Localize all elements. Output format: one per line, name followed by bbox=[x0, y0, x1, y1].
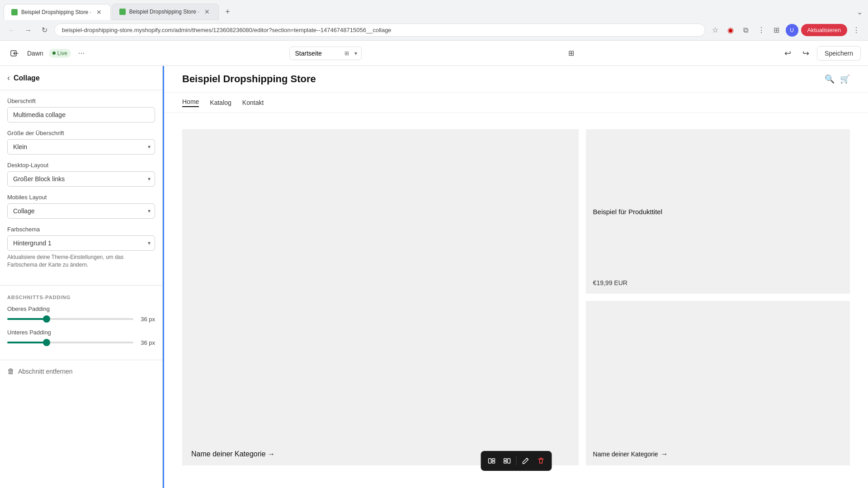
edit-icon bbox=[521, 457, 529, 465]
aktualisieren-button[interactable]: Aktualisieren bbox=[801, 24, 847, 36]
live-label: Live bbox=[57, 50, 67, 56]
groesse-label: Größe der Überschrift bbox=[7, 130, 155, 136]
top-bar-right: ↩ ↪ Speichern bbox=[781, 46, 861, 61]
move-down-icon bbox=[503, 457, 511, 465]
bookmark-icon[interactable]: ☆ bbox=[709, 24, 722, 37]
move-down-button[interactable] bbox=[500, 454, 514, 468]
refresh-nav-button[interactable]: ↻ bbox=[38, 24, 51, 37]
store-nav: Home Katalog Kontakt bbox=[164, 93, 868, 113]
view-buttons: ⊞ bbox=[564, 46, 578, 61]
groesse-select[interactable]: Klein Mittel Groß bbox=[7, 139, 155, 155]
mobiles-select[interactable]: Collage Spalte bbox=[7, 203, 155, 219]
sidebar-back-button[interactable]: ‹ bbox=[7, 73, 10, 83]
category-card-right[interactable]: Name deiner Kategorie → bbox=[586, 301, 850, 465]
tab-title-1: Beispiel Dropshipping Store · bbox=[21, 9, 91, 15]
app: Dawn Live ··· Startseite ⊞ ⊞ ↩ ↪ Speiche… bbox=[0, 41, 868, 488]
browser-actions: ☆ ◉ ⧉ ⋮ ⊞ U Aktualisieren ⋮ bbox=[709, 24, 863, 37]
menu-icon[interactable]: ⋮ bbox=[755, 24, 768, 37]
page-select[interactable]: Startseite ⊞ bbox=[289, 47, 362, 60]
forward-nav-button[interactable]: → bbox=[22, 24, 34, 37]
back-nav-button[interactable]: ← bbox=[5, 24, 18, 37]
main-content: ‹ Collage Überschrift Größe der Überschr… bbox=[0, 66, 868, 488]
delete-icon bbox=[537, 457, 545, 465]
collage-area: Name deiner Kategorie → Beispiel für Pro… bbox=[164, 113, 868, 482]
undo-button[interactable]: ↩ bbox=[781, 46, 795, 61]
page-dropdown[interactable]: Startseite bbox=[289, 47, 362, 60]
section-divider-1 bbox=[0, 285, 162, 286]
more-options-icon[interactable]: ⋮ bbox=[850, 24, 863, 37]
back-button[interactable] bbox=[7, 46, 22, 61]
farbschema-hint: Aktualisiere deine Theme-Einstellungen, … bbox=[7, 253, 155, 269]
ueberschrift-label: Überschrift bbox=[7, 98, 155, 104]
nav-link-home[interactable]: Home bbox=[182, 98, 199, 107]
category-link-left[interactable]: Name deiner Kategorie → bbox=[191, 450, 275, 458]
speichern-button[interactable]: Speichern bbox=[817, 46, 861, 61]
store-icons: 🔍 🛒 bbox=[825, 74, 850, 84]
padding-section: ABSCHNITTS-PADDING Oberes Padding 36 px … bbox=[0, 287, 162, 360]
redo-button[interactable]: ↪ bbox=[799, 46, 813, 61]
tab-close-2[interactable]: ✕ bbox=[203, 8, 211, 16]
oberes-padding-slider[interactable] bbox=[7, 318, 133, 320]
arrow-right-icon-2: → bbox=[661, 450, 668, 458]
theme-name: Dawn bbox=[27, 50, 43, 57]
store-title: Beispiel Dropshipping Store bbox=[182, 73, 316, 85]
live-dot bbox=[52, 52, 56, 55]
url-bar[interactable]: beispiel-dropshipping-store.myshopify.co… bbox=[54, 23, 705, 37]
grid-icon[interactable]: ⊞ bbox=[770, 24, 783, 37]
mobiles-select-wrapper[interactable]: Collage Spalte bbox=[7, 203, 155, 219]
unteres-padding-slider[interactable] bbox=[7, 342, 133, 343]
more-options-button[interactable]: ··· bbox=[76, 47, 87, 60]
ueberschrift-field-group: Überschrift bbox=[7, 98, 155, 122]
oberes-padding-value: 36 px bbox=[137, 316, 155, 323]
svg-rect-3 bbox=[492, 461, 495, 463]
category-link-left-text: Name deiner Kategorie bbox=[191, 450, 266, 458]
tab-more-button[interactable]: ⌄ bbox=[855, 6, 864, 18]
collage-left-block[interactable]: Name deiner Kategorie → bbox=[182, 129, 579, 465]
profile-icon[interactable]: U bbox=[786, 24, 798, 37]
category-link-right-text: Name deiner Kategorie bbox=[593, 450, 658, 458]
cart-icon[interactable]: 🛒 bbox=[840, 74, 850, 84]
extensions-icon[interactable]: ⧉ bbox=[740, 24, 752, 37]
oberes-padding-label: Oberes Padding bbox=[7, 305, 155, 312]
svg-rect-5 bbox=[504, 461, 506, 463]
nav-link-katalog[interactable]: Katalog bbox=[210, 99, 231, 106]
category-link-right: Name deiner Kategorie → bbox=[593, 450, 843, 458]
oberes-padding-row: 36 px bbox=[7, 316, 155, 323]
farbschema-select[interactable]: Hintergrund 1 Hintergrund 2 Invers bbox=[7, 235, 155, 251]
new-tab-button[interactable]: + bbox=[222, 5, 234, 18]
delete-button[interactable] bbox=[533, 454, 548, 468]
page-select-wrapper[interactable]: Startseite ⊞ bbox=[289, 47, 362, 60]
product-price: €19,99 EUR bbox=[593, 274, 843, 286]
floating-toolbar bbox=[481, 451, 552, 471]
search-icon[interactable]: 🔍 bbox=[825, 74, 835, 84]
desktop-select-wrapper[interactable]: Großer Block links Großer Block rechts G… bbox=[7, 171, 155, 187]
opera-icon[interactable]: ◉ bbox=[724, 24, 737, 37]
move-up-button[interactable] bbox=[484, 454, 499, 468]
toolbar-divider bbox=[516, 456, 516, 465]
url-text: beispiel-dropshipping-store.myshopify.co… bbox=[62, 27, 698, 33]
desktop-layout-field-group: Desktop-Layout Großer Block links Großer… bbox=[7, 162, 155, 187]
remove-section-button[interactable]: 🗑 Abschnitt entfernen bbox=[0, 360, 162, 383]
desktop-layout-label: Desktop-Layout bbox=[7, 162, 155, 169]
groesse-field-group: Größe der Überschrift Klein Mittel Groß bbox=[7, 130, 155, 155]
desktop-select[interactable]: Großer Block links Großer Block rechts G… bbox=[7, 171, 155, 187]
sidebar-content: Überschrift Größe der Überschrift Klein … bbox=[0, 90, 162, 283]
farbschema-label: Farbschema bbox=[7, 226, 155, 233]
grid-layout-icon[interactable]: ⊞ bbox=[564, 46, 578, 61]
unteres-padding-value: 36 px bbox=[137, 339, 155, 346]
unteres-padding-row: 36 px bbox=[7, 339, 155, 346]
sidebar: ‹ Collage Überschrift Größe der Überschr… bbox=[0, 66, 163, 488]
product-card[interactable]: Beispiel für Produkttitel €19,99 EUR bbox=[586, 129, 850, 294]
groesse-select-wrapper[interactable]: Klein Mittel Groß bbox=[7, 139, 155, 155]
tab-close-1[interactable]: ✕ bbox=[95, 8, 103, 16]
arrow-right-icon: → bbox=[268, 450, 275, 458]
svg-rect-4 bbox=[504, 459, 506, 460]
nav-link-kontakt[interactable]: Kontakt bbox=[242, 99, 264, 106]
tab-inactive[interactable]: Beispiel Dropshipping Store · ✕ bbox=[112, 4, 219, 20]
edit-button[interactable] bbox=[518, 454, 533, 468]
tab-active[interactable]: Beispiel Dropshipping Store · ✕ bbox=[4, 4, 111, 20]
ueberschrift-input[interactable] bbox=[7, 107, 155, 122]
unteres-padding-label: Unteres Padding bbox=[7, 329, 155, 336]
farbschema-select-wrapper[interactable]: Hintergrund 1 Hintergrund 2 Invers bbox=[7, 235, 155, 251]
farbschema-field-group: Farbschema Hintergrund 1 Hintergrund 2 I… bbox=[7, 226, 155, 269]
